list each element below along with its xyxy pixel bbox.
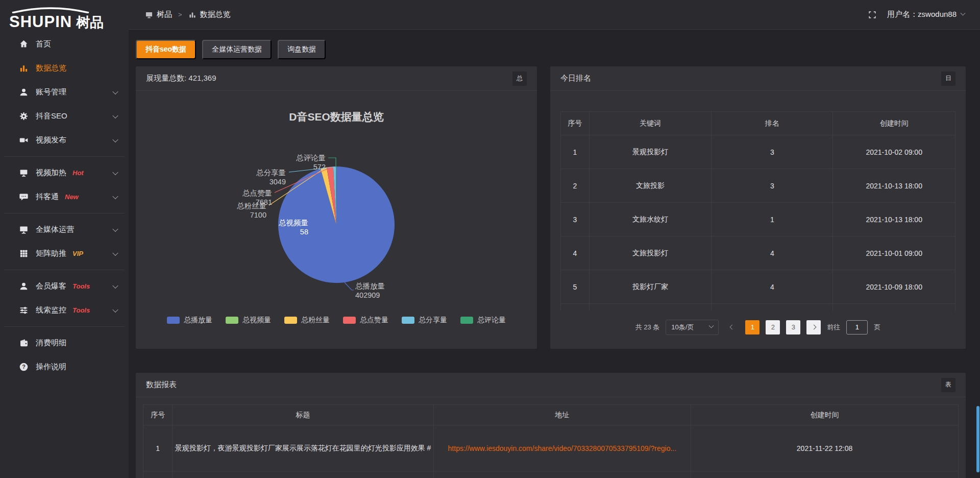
sidebar-item-操作说明[interactable]: ?操作说明 xyxy=(0,355,129,379)
sidebar-divider xyxy=(4,156,125,157)
sidebar-item-会员爆客[interactable]: 会员爆客Tools xyxy=(0,274,129,298)
legend-swatch xyxy=(167,317,180,324)
page-scrollbar xyxy=(976,0,979,478)
page-button-1[interactable]: 1 xyxy=(745,320,760,334)
sidebar-divider xyxy=(4,213,125,213)
sidebar-item-首页[interactable]: 首页 xyxy=(0,32,129,56)
legend-swatch xyxy=(402,317,414,324)
chat-icon xyxy=(19,192,29,202)
chevron-down-icon xyxy=(112,169,118,175)
chevron-down-icon xyxy=(112,226,118,231)
legend-label: 总评论量 xyxy=(477,316,506,325)
sidebar-divider xyxy=(4,326,125,327)
breadcrumb-item-数据总览[interactable]: 数据总览 xyxy=(188,10,231,19)
chevron-down-icon xyxy=(112,282,118,288)
scrollbar-thumb[interactable] xyxy=(976,406,979,472)
sidebar-divider xyxy=(4,270,125,270)
pagination: 共 23 条10条/页123前往页 xyxy=(550,320,966,335)
content: 抖音seo数据全媒体运营数据询盘数据 展现量总数: 421,369 总 D音SE… xyxy=(129,30,980,478)
legend-item-总评论量[interactable]: 总评论量 xyxy=(460,316,506,325)
ranking-day-button[interactable]: 日 xyxy=(941,71,955,86)
page-button-2[interactable]: 2 xyxy=(766,320,780,334)
table-cell: 2 xyxy=(561,169,590,203)
sidebar-item-badge: Tools xyxy=(72,306,90,314)
fullscreen-icon[interactable] xyxy=(868,10,877,19)
report-panel-header: 数据报表 表 xyxy=(136,373,966,397)
sidebar-item-消费明细[interactable]: 消费明细 xyxy=(0,331,129,355)
report-table-button[interactable]: 表 xyxy=(941,378,955,392)
chart-legend: 总播放量总视频量总粉丝量总点赞量总分享量总评论量 xyxy=(136,316,537,325)
chevron-down-icon xyxy=(961,11,966,16)
chevron-down-icon xyxy=(112,112,118,118)
sidebar-item-数据总览[interactable]: 数据总览 xyxy=(0,56,129,80)
logo-arc xyxy=(10,7,91,13)
sidebar-item-账号管理[interactable]: 账号管理 xyxy=(0,80,129,104)
user-menu[interactable]: 用户名：zswodun88 xyxy=(887,10,965,19)
ranking-panel: 今日排名 日 序号关键词排名创建时间 1景观投影灯32021-10-02 09:… xyxy=(550,66,966,349)
table-cell: 2021-10-01 09:00 xyxy=(833,236,955,270)
legend-item-总粉丝量[interactable]: 总粉丝量 xyxy=(284,316,330,325)
sidebar-item-label: 全媒体运营 xyxy=(36,225,74,234)
table-cell: 5 xyxy=(561,270,590,304)
legend-item-总点赞量[interactable]: 总点赞量 xyxy=(343,316,388,325)
legend-swatch xyxy=(284,317,297,324)
column-header: 关键词 xyxy=(589,112,712,135)
video-link[interactable]: https://www.iesdouyin.com/share/video/70… xyxy=(448,444,677,452)
page-button-3[interactable]: 3 xyxy=(786,320,800,334)
sidebar-item-视频加热[interactable]: 视频加热Hot xyxy=(0,161,129,185)
table-cell: 2021-10-02 09:00 xyxy=(833,135,955,169)
person-icon xyxy=(19,281,29,291)
table-cell-created: 2021-11-22 12:08 xyxy=(691,425,959,471)
prev-page-button[interactable] xyxy=(725,320,739,334)
sidebar-item-badge: VIP xyxy=(72,250,83,257)
sidebar-item-视频发布[interactable]: 视频发布 xyxy=(0,128,129,152)
sidebar-item-线索监控[interactable]: 线索监控Tools xyxy=(0,298,129,322)
legend-swatch xyxy=(343,317,356,324)
table-cell xyxy=(173,471,433,478)
breadcrumb: 树品>数据总览 xyxy=(145,10,231,19)
table-cell: 1 xyxy=(561,135,590,169)
video-camera-icon xyxy=(19,135,29,145)
table-cell: 3 xyxy=(712,169,833,203)
sidebar-item-badge: New xyxy=(65,193,79,201)
chevron-right-icon xyxy=(811,325,816,330)
table-cell xyxy=(691,471,959,478)
sidebar-item-抖客通[interactable]: 抖客通New xyxy=(0,185,129,209)
pie-label-name: 总分享量 xyxy=(256,169,286,177)
ranking-panel-header: 今日排名 日 xyxy=(550,66,966,91)
page-size-select[interactable]: 10条/页 xyxy=(666,320,719,335)
column-header: 地址 xyxy=(433,405,691,425)
legend-item-总视频量[interactable]: 总视频量 xyxy=(226,316,271,325)
table-header-row: 序号关键词排名创建时间 xyxy=(561,112,955,135)
legend-item-总播放量[interactable]: 总播放量 xyxy=(167,316,212,325)
table-cell: 2021-10-13 18:00 xyxy=(833,203,955,236)
legend-label: 总点赞量 xyxy=(360,316,388,325)
breadcrumb-label: 树品 xyxy=(157,10,172,19)
page-size-value: 10条/页 xyxy=(671,323,694,332)
column-header: 排名 xyxy=(712,112,833,135)
overview-total-button[interactable]: 总 xyxy=(512,71,527,86)
tab-抖音seo数据[interactable]: 抖音seo数据 xyxy=(136,40,196,59)
sidebar-item-label: 会员爆客 xyxy=(36,281,66,291)
sidebar-item-全媒体运营[interactable]: 全媒体运营 xyxy=(0,218,129,242)
table-cell xyxy=(833,304,955,311)
bar-chart-icon xyxy=(19,63,29,73)
tab-询盘数据[interactable]: 询盘数据 xyxy=(278,40,326,59)
pie-label-value: 572 xyxy=(313,163,326,171)
sidebar-item-矩阵助推[interactable]: 矩阵助推VIP xyxy=(0,242,129,266)
column-header: 创建时间 xyxy=(691,405,959,425)
sidebar-item-label: 数据总览 xyxy=(36,63,66,73)
tab-全媒体运营数据[interactable]: 全媒体运营数据 xyxy=(202,40,272,59)
legend-label: 总播放量 xyxy=(184,316,212,325)
svg-text:?: ? xyxy=(22,364,26,370)
goto-page-input[interactable] xyxy=(846,320,868,334)
table-cell-url: https://www.iesdouyin.com/share/video/70… xyxy=(433,425,691,471)
legend-item-总分享量[interactable]: 总分享量 xyxy=(402,316,447,325)
sidebar-item-抖音SEO[interactable]: 抖音SEO xyxy=(0,104,129,128)
next-page-button[interactable] xyxy=(806,320,821,334)
table-row: 4文旅投影灯42021-10-01 09:00 xyxy=(561,236,955,270)
breadcrumb-item-树品[interactable]: 树品 xyxy=(145,10,172,19)
sidebar-item-label: 消费明细 xyxy=(36,338,66,348)
sidebar-item-badge: Tools xyxy=(72,282,90,290)
table-cell: 2021-10-13 18:00 xyxy=(833,169,955,203)
